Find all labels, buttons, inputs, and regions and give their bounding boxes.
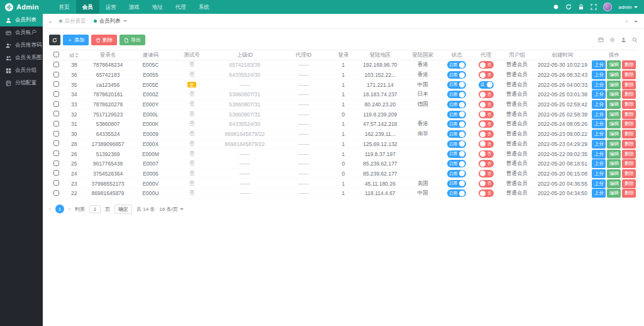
score-button[interactable]: 上分 [592,81,606,89]
card-view-icon[interactable] [598,37,604,43]
status-toggle[interactable]: 启用 [447,160,466,167]
nav-item-operation[interactable]: 运营 [99,0,123,14]
row-delete-button[interactable]: 删除 [622,90,636,99]
row-checkbox[interactable] [53,62,59,67]
nav-item-system[interactable]: 系统 [192,0,216,14]
row-checkbox[interactable] [53,81,59,87]
breadcrumb-item-home[interactable]: 后台首页 [59,18,86,25]
export-button[interactable]: 导出 [119,35,145,45]
score-button[interactable]: 上分 [592,60,606,69]
score-button[interactable]: 上分 [592,110,606,119]
app-logo[interactable]: Admin [0,0,44,14]
agent-toggle[interactable]: 否 [479,120,494,128]
edit-button[interactable]: 编辑 [607,179,621,188]
row-checkbox[interactable] [53,101,59,107]
edit-button[interactable]: 编辑 [607,140,621,149]
agent-toggle[interactable]: 否 [479,150,494,158]
edit-button[interactable]: 编辑 [607,130,621,138]
page-size-select[interactable]: 16 条/页 [159,206,183,213]
col-id[interactable]: Id [64,50,84,60]
row-delete-button[interactable]: 删除 [622,189,636,198]
status-toggle[interactable]: 启用 [447,111,466,118]
status-toggle[interactable]: 启用 [447,81,466,89]
score-button[interactable]: 上分 [592,70,606,79]
row-delete-button[interactable]: 删除 [622,159,636,168]
row-delete-button[interactable]: 删除 [622,130,636,138]
score-button[interactable]: 上分 [592,140,606,149]
goto-confirm-button[interactable]: 确定 [114,205,132,214]
search-icon[interactable] [632,37,638,43]
refresh-button[interactable] [49,35,60,45]
row-checkbox[interactable] [53,180,59,186]
row-delete-button[interactable]: 删除 [622,150,636,159]
fullscreen-icon[interactable] [591,4,597,10]
status-toggle[interactable]: 启用 [447,180,466,188]
next-page-icon[interactable]: › [69,206,70,212]
theme-icon[interactable] [553,4,559,10]
agent-toggle[interactable]: 否 [479,130,494,138]
score-button[interactable]: 上分 [592,130,606,138]
edit-button[interactable]: 编辑 [607,120,621,128]
edit-button[interactable]: 编辑 [607,150,621,159]
agent-toggle[interactable]: 否 [479,160,494,167]
agent-toggle[interactable]: 否 [479,101,494,108]
edit-button[interactable]: 编辑 [607,189,621,198]
sidebar-item-member-group[interactable]: 会员分组 [0,64,43,77]
row-checkbox[interactable] [53,140,59,146]
nav-item-member[interactable]: 会员 [76,0,99,14]
row-checkbox[interactable] [53,121,59,126]
status-toggle[interactable]: 启用 [447,140,466,148]
sidebar-item-member-relation[interactable]: 会员关系图 [0,52,43,64]
score-button[interactable]: 上分 [592,90,606,99]
score-button[interactable]: 上分 [592,150,606,159]
edit-button[interactable]: 编辑 [607,110,621,119]
score-button[interactable]: 上分 [592,120,606,128]
refresh-icon[interactable] [565,4,572,10]
goto-page-input[interactable] [89,205,101,213]
row-delete-button[interactable]: 删除 [622,179,636,188]
row-delete-button[interactable]: 删除 [622,81,636,89]
status-toggle[interactable]: 启用 [447,130,466,138]
agent-toggle[interactable]: 否 [479,111,494,118]
breadcrumb-item-member-list[interactable]: 会员列表 [94,18,127,25]
row-delete-button[interactable]: 删除 [622,169,636,178]
sidebar-item-member-list[interactable]: 会员列表 [0,14,43,26]
agent-toggle[interactable]: 否 [479,71,494,79]
agent-toggle[interactable]: 是 [479,81,494,89]
user-filter-icon[interactable] [621,37,626,43]
user-avatar[interactable] [603,3,612,11]
forward-chevron-icon[interactable]: › [626,18,628,25]
prev-page-icon[interactable]: ‹ [49,206,51,212]
delete-button[interactable]: 删除 [91,35,117,45]
row-delete-button[interactable]: 删除 [622,60,636,69]
page-number-1[interactable]: 1 [55,205,64,213]
chevron-down-icon[interactable] [634,21,638,23]
edit-button[interactable]: 编辑 [607,70,621,79]
score-button[interactable]: 上分 [592,100,606,109]
nav-item-agent[interactable]: 代理 [169,0,192,14]
nav-item-game[interactable]: 游戏 [123,0,146,14]
edit-button[interactable]: 编辑 [607,90,621,99]
row-delete-button[interactable]: 删除 [622,100,636,109]
user-menu[interactable]: admin [618,4,638,10]
agent-toggle[interactable]: 否 [479,61,494,69]
edit-button[interactable]: 编辑 [607,60,621,69]
back-chevron-icon[interactable]: ‹ [49,18,52,25]
status-toggle[interactable]: 启用 [447,150,466,158]
row-checkbox[interactable] [53,72,59,77]
sidebar-item-group-config[interactable]: 分组配置 [0,77,43,89]
score-button[interactable]: 上分 [592,179,606,188]
row-checkbox[interactable] [53,150,59,156]
agent-toggle[interactable]: 否 [479,170,494,177]
status-toggle[interactable]: 启用 [447,61,466,69]
row-checkbox[interactable] [53,170,59,176]
select-all-checkbox[interactable] [53,52,59,57]
agent-toggle[interactable]: 否 [479,180,494,188]
row-delete-button[interactable]: 删除 [622,70,636,79]
edit-button[interactable]: 编辑 [607,100,621,109]
status-toggle[interactable]: 启用 [447,120,466,128]
row-delete-button[interactable]: 删除 [622,140,636,149]
sidebar-item-member-account[interactable]: 会员账户 [0,26,43,39]
status-toggle[interactable]: 启用 [447,170,466,177]
row-delete-button[interactable]: 删除 [622,110,636,119]
